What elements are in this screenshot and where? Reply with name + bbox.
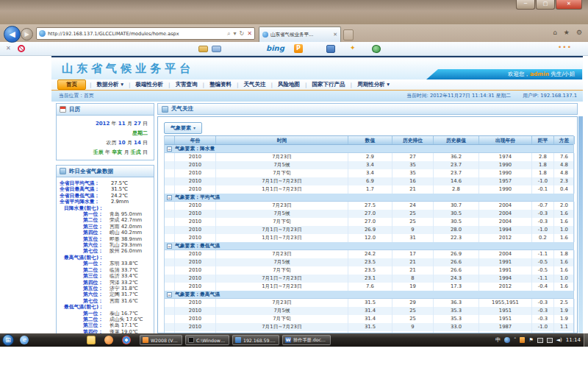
pinned-browser-icon[interactable] xyxy=(122,336,131,344)
table-cell: 1月1日~7月23日 xyxy=(216,283,348,291)
language-indicator[interactable]: 中 xyxy=(495,335,501,345)
refresh-icon[interactable]: ↻ xyxy=(240,28,245,39)
toolbar-globe-icon[interactable] xyxy=(372,45,381,53)
rank-item: 第三位：长岛 17.1℃ xyxy=(60,322,152,328)
nav-item-5[interactable]: 天气关注 xyxy=(239,81,271,88)
search-icon[interactable]: ⌕ xyxy=(227,28,230,39)
toolbar-sparkle-icon[interactable]: ✦ xyxy=(350,44,356,52)
card-icon-1[interactable] xyxy=(198,46,208,52)
collapse-icon[interactable]: − xyxy=(167,146,172,152)
forward-button[interactable]: ▶ xyxy=(21,28,33,40)
taskbar-clock[interactable]: 11:14 xyxy=(566,337,581,343)
show-desktop-button[interactable] xyxy=(584,333,588,347)
group-row[interactable]: −气象要素：最低气温 xyxy=(165,242,573,250)
table-row[interactable]: 20107月1日~7月23日6.91614.61957-1.02.3 xyxy=(165,177,573,185)
tray-update-icon[interactable] xyxy=(520,337,525,343)
pp-icon[interactable]: P xyxy=(294,44,303,53)
browser-tab[interactable]: 山东省气候业务平... ✕ xyxy=(259,26,341,42)
nav-item-0[interactable]: 首页 xyxy=(57,79,86,90)
start-button[interactable]: ⊞ xyxy=(2,334,14,346)
weather-body: 全省日平均气温：27.5℃全省日最高气温：31.5℃全省日最低气温：24.2℃全… xyxy=(57,177,154,342)
favorites-star-icon[interactable]: ★ xyxy=(564,29,570,36)
pinned-explorer-icon[interactable] xyxy=(87,336,96,344)
table-row[interactable]: 20107月下旬31.42535.31951-0.31.9 xyxy=(165,315,573,323)
user-ip: 用户IP: 192.168.137.1 xyxy=(523,91,577,102)
table-cell: 0.2 xyxy=(532,234,554,242)
group-row[interactable]: −气象要素：最高气温 xyxy=(165,291,573,299)
tab-close-icon[interactable]: ✕ xyxy=(333,32,337,38)
address-bar[interactable]: http://192.168.137.1/GLCCLIMATE/modules/… xyxy=(36,27,255,40)
rank-value: 长岛 17.1℃ xyxy=(110,322,138,328)
table-row[interactable]: 20107月23日31.52936.31955,1951-0.32.5 xyxy=(165,299,573,307)
table-cell: 23.5 xyxy=(348,258,392,266)
nav-item-3[interactable]: 灾害查询 xyxy=(170,81,202,88)
column-header: 时间 xyxy=(216,136,348,144)
home-icon[interactable]: ⌂ xyxy=(553,29,557,36)
rank-item: 第四位：菏泽 33.2℃ xyxy=(60,280,152,286)
table-row[interactable]: 20107月下旬3.43523.719901.84.8 xyxy=(165,169,573,177)
table-cell: -0.5 xyxy=(532,266,554,275)
rank-heading: 最低气温(前七)： xyxy=(60,304,152,310)
volume-icon[interactable]: ◄) xyxy=(556,335,562,345)
table-row[interactable]: 20107月5候31.42535.31951-0.31.9 xyxy=(165,307,573,315)
toolbar-close-icon[interactable]: ✕ xyxy=(6,45,11,52)
table-cell: 35.3 xyxy=(434,315,479,323)
back-button[interactable]: ◀ xyxy=(4,26,21,43)
meteo-element-button[interactable]: 气象要素▾ xyxy=(164,122,202,134)
rank-label: 第三位： xyxy=(83,322,110,328)
close-button[interactable]: ✕ xyxy=(556,0,582,10)
table-cell: 2010 xyxy=(175,185,216,194)
nav-item-7[interactable]: 国家下行产品 xyxy=(307,81,351,88)
toolbar-app-icon-1[interactable] xyxy=(326,45,335,53)
task-button-3[interactable]: W操作手册.docx ... xyxy=(282,335,331,345)
nav-item-8[interactable]: 周期性分析 ▾ xyxy=(352,81,395,88)
block-icon[interactable] xyxy=(18,45,25,52)
settings-gear-icon[interactable]: ⚙ xyxy=(576,29,582,36)
stop-icon[interactable]: ✕ xyxy=(247,28,252,39)
nav-item-1[interactable]: 数据分析 ▾ xyxy=(92,81,129,88)
column-header: 年份 xyxy=(175,136,216,144)
table-row[interactable]: 20107月5候23.52126.61991-0.51.6 xyxy=(165,258,573,266)
maximize-button[interactable]: ▢ xyxy=(536,0,555,10)
group-row[interactable]: −气象要素：降水量 xyxy=(165,145,573,153)
monitor-icon[interactable] xyxy=(547,338,553,343)
table-row[interactable]: 20101月1日~7月23日7.61917.32012-0.41.6 xyxy=(165,283,573,291)
pinned-app-icon[interactable] xyxy=(104,336,113,344)
table-row[interactable]: 20107月23日27.52430.72004-0.72.0 xyxy=(165,202,573,210)
table-row[interactable]: 20107月5候3.43523.719901.84.8 xyxy=(165,161,573,169)
minimize-button[interactable]: ─ xyxy=(516,0,535,10)
table-row[interactable]: 20107月1日~7月23日31.5933.01987-1.01.1 xyxy=(165,323,573,331)
task-button-1[interactable]: C:\Windows\s... xyxy=(185,335,229,345)
table-cell: 1990 xyxy=(479,169,532,177)
table-row[interactable]: 20107月5候27.02530.52004-0.31.6 xyxy=(165,210,573,218)
table-cell: 27.0 xyxy=(348,210,392,218)
task-button-2[interactable]: 192.168.59.99... xyxy=(232,335,279,345)
nav-item-2[interactable]: 极端性分析 xyxy=(130,81,168,88)
table-row[interactable]: 20107月1日~7月23日26.9928.01994-1.01.0 xyxy=(165,226,573,234)
table-row[interactable]: 20107月23日2.92736.219742.87.6 xyxy=(165,153,573,161)
card-icon-2[interactable] xyxy=(212,46,221,52)
nav-item-6[interactable]: 风险地图 xyxy=(273,81,305,88)
table-row[interactable]: 20101月1日~7月23日12.03122.320120.21.6 xyxy=(165,234,573,242)
new-tab-button[interactable] xyxy=(343,29,354,40)
action-center-flag-icon[interactable]: ⚑ xyxy=(528,335,533,345)
table-row[interactable]: 20107月23日24.21726.92004-1.11.8 xyxy=(165,250,573,258)
table-row[interactable]: 20107月1日~7月23日23.1824.31994-1.11.0 xyxy=(165,275,573,283)
tray-app-icon[interactable] xyxy=(504,337,510,343)
task-button-0[interactable]: W2008 (VS2... xyxy=(140,335,182,345)
nav-item-4[interactable]: 整编资料 xyxy=(204,81,237,88)
collapse-icon[interactable]: − xyxy=(167,195,172,200)
collapse-icon[interactable]: − xyxy=(167,292,172,297)
collapse-icon[interactable]: − xyxy=(167,244,172,249)
calendar-text: 年 xyxy=(104,149,112,155)
network-icon[interactable] xyxy=(537,338,543,343)
table-row[interactable]: 20101月1日~7月23日1.7212.81990-0.10.4 xyxy=(165,185,573,194)
bing-logo[interactable]: bing xyxy=(266,44,284,52)
table-row[interactable]: 20107月下旬23.52126.61991-0.51.6 xyxy=(165,266,573,275)
dropdown-icon[interactable]: ▾ xyxy=(234,28,237,39)
group-row[interactable]: −气象要素：平均气温 xyxy=(165,194,573,202)
table-row[interactable]: 20107月下旬27.02530.52004-0.31.6 xyxy=(165,218,573,226)
toolbar-overflow-icon[interactable]: ••• xyxy=(558,43,572,51)
tray-expand-icon[interactable]: ˄ xyxy=(514,335,517,345)
pinned-ie-icon[interactable]: e xyxy=(20,336,29,344)
